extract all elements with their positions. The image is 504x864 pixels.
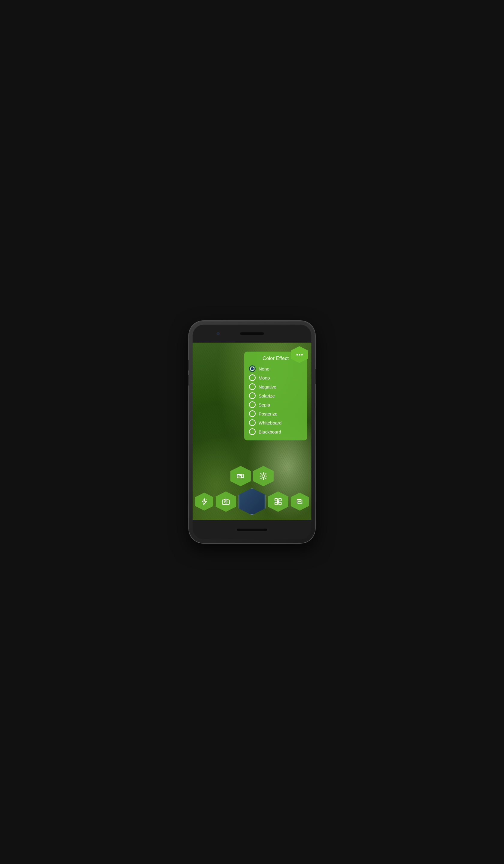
svg-rect-14: [275, 499, 277, 501]
focus-icon: [274, 497, 282, 506]
label-mono: Mono: [259, 375, 270, 381]
controls-bottom-row: A: [195, 488, 309, 515]
dot-1: [296, 354, 298, 356]
video-button[interactable]: [230, 466, 251, 486]
flash-icon: A: [201, 498, 208, 505]
svg-rect-15: [279, 499, 281, 501]
camera-screen: Color Effect None Mono: [193, 343, 311, 520]
radio-outer-negative: [249, 383, 256, 390]
brightness-icon: [259, 472, 267, 480]
radio-outer-mono: [249, 374, 256, 381]
label-negative: Negative: [259, 384, 276, 389]
option-posterize[interactable]: Posterize: [249, 409, 302, 418]
radio-outer-sepia: [249, 401, 256, 408]
svg-point-3: [262, 475, 265, 477]
radio-outer-whiteboard: [249, 419, 256, 426]
option-blackboard[interactable]: Blackboard: [249, 427, 302, 436]
focus-button[interactable]: [268, 491, 288, 512]
flip-camera-button[interactable]: [216, 491, 236, 512]
radio-inner-posterize: [251, 412, 254, 415]
more-button[interactable]: [291, 346, 308, 363]
color-effect-panel: Color Effect None Mono: [244, 352, 307, 440]
controls-top-row: [230, 466, 274, 486]
svg-line-8: [261, 473, 261, 474]
speaker-top: [240, 333, 264, 335]
svg-rect-17: [279, 502, 281, 505]
svg-rect-16: [275, 502, 277, 505]
radio-inner-blackboard: [251, 430, 254, 433]
radio-outer-solarize: [249, 392, 256, 399]
radio-inner-solarize: [251, 394, 254, 397]
brightness-button[interactable]: [253, 466, 274, 486]
label-whiteboard: Whiteboard: [259, 420, 282, 425]
svg-line-9: [265, 478, 266, 479]
front-camera: [217, 332, 219, 335]
option-sepia[interactable]: Sepia: [249, 400, 302, 409]
option-solarize[interactable]: Solarize: [249, 391, 302, 400]
video-icon: [237, 472, 245, 480]
svg-text:A: A: [205, 499, 207, 501]
label-sepia: Sepia: [259, 402, 270, 407]
radio-outer-blackboard: [249, 429, 256, 435]
gallery-button[interactable]: [291, 493, 309, 511]
label-blackboard: Blackboard: [259, 429, 281, 434]
shutter-button[interactable]: [239, 488, 265, 515]
radio-outer-none: [249, 365, 256, 372]
radio-outer-posterize: [249, 410, 256, 417]
option-none[interactable]: None: [249, 364, 302, 373]
flash-button[interactable]: A: [195, 493, 213, 511]
label-solarize: Solarize: [259, 393, 275, 398]
speaker-bottom: [237, 529, 267, 531]
phone-bottom-bar: [193, 520, 311, 539]
option-negative[interactable]: Negative: [249, 382, 302, 391]
label-none: None: [259, 366, 269, 371]
option-mono[interactable]: Mono: [249, 373, 302, 382]
option-whiteboard[interactable]: Whiteboard: [249, 418, 302, 427]
phone-device: Color Effect None Mono: [189, 321, 315, 543]
flip-camera-icon: [222, 497, 230, 506]
radio-inner-none: [251, 367, 254, 370]
radio-inner-mono: [251, 376, 254, 379]
svg-point-2: [239, 475, 241, 476]
dot-2: [299, 354, 300, 356]
radio-inner-negative: [251, 385, 254, 388]
svg-line-10: [265, 473, 266, 474]
gallery-icon: [296, 498, 303, 505]
radio-inner-whiteboard: [251, 421, 254, 424]
more-dots: [296, 354, 303, 356]
bottom-controls: A: [193, 460, 311, 520]
phone-inner: Color Effect None Mono: [193, 325, 311, 539]
svg-point-18: [277, 501, 279, 503]
radio-inner-sepia: [251, 403, 254, 406]
dot-3: [301, 354, 303, 356]
phone-top-bar: [193, 325, 311, 343]
label-posterize: Posterize: [259, 411, 277, 416]
svg-line-11: [261, 478, 261, 479]
